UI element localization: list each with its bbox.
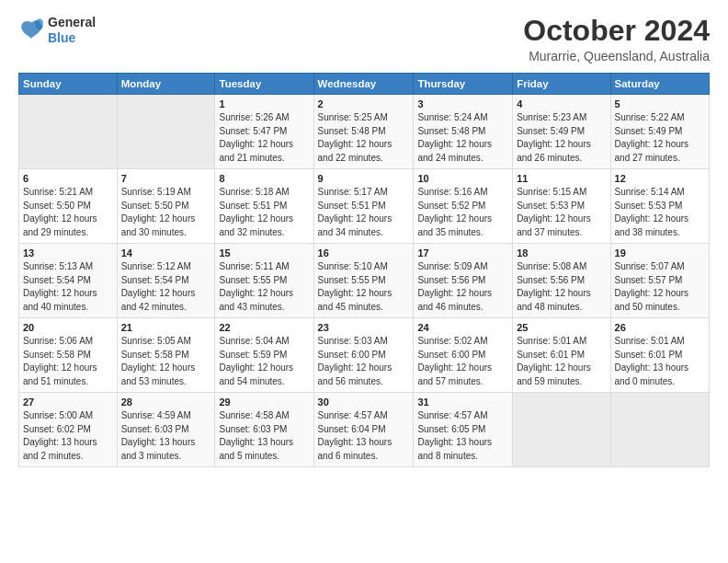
day-info: Sunrise: 5:05 AMSunset: 5:58 PMDaylight:…	[121, 335, 211, 388]
page: General Blue October 2024 Murarrie, Quee…	[0, 0, 728, 563]
calendar-cell: 14Sunrise: 5:12 AMSunset: 5:54 PMDayligh…	[117, 244, 215, 318]
day-number: 8	[219, 173, 309, 184]
calendar-cell: 20Sunrise: 5:06 AMSunset: 5:58 PMDayligh…	[19, 318, 118, 393]
title-block: October 2024 Murarrie, Queensland, Austr…	[523, 15, 710, 63]
calendar-cell: 18Sunrise: 5:08 AMSunset: 5:56 PMDayligh…	[513, 244, 610, 318]
day-number: 24	[417, 322, 508, 333]
weekday-header-sunday: Sunday	[19, 74, 118, 95]
calendar-week-row: 6Sunrise: 5:21 AMSunset: 5:50 PMDaylight…	[19, 169, 710, 244]
calendar-week-row: 20Sunrise: 5:06 AMSunset: 5:58 PMDayligh…	[19, 318, 710, 393]
calendar-header-row: SundayMondayTuesdayWednesdayThursdayFrid…	[19, 74, 710, 95]
calendar-cell: 25Sunrise: 5:01 AMSunset: 6:01 PMDayligh…	[513, 318, 610, 393]
day-info: Sunrise: 5:01 AMSunset: 6:01 PMDaylight:…	[615, 335, 705, 388]
logo-bird-icon	[18, 17, 44, 43]
day-info: Sunrise: 5:04 AMSunset: 5:59 PMDaylight:…	[219, 335, 309, 388]
day-info: Sunrise: 5:26 AMSunset: 5:47 PMDaylight:…	[219, 111, 309, 165]
calendar-cell: 21Sunrise: 5:05 AMSunset: 5:58 PMDayligh…	[117, 318, 215, 393]
calendar-cell: 19Sunrise: 5:07 AMSunset: 5:57 PMDayligh…	[610, 244, 709, 318]
day-info: Sunrise: 5:14 AMSunset: 5:53 PMDaylight:…	[615, 186, 705, 239]
calendar-cell	[19, 95, 118, 169]
day-info: Sunrise: 4:57 AMSunset: 6:04 PMDaylight:…	[318, 409, 410, 463]
calendar-cell: 17Sunrise: 5:09 AMSunset: 5:56 PMDayligh…	[414, 244, 513, 318]
day-info: Sunrise: 5:06 AMSunset: 5:58 PMDaylight:…	[23, 335, 113, 388]
day-number: 25	[517, 322, 606, 333]
day-number: 27	[23, 396, 113, 408]
weekday-header-friday: Friday	[513, 74, 610, 95]
calendar-cell: 8Sunrise: 5:18 AMSunset: 5:51 PMDaylight…	[215, 169, 313, 244]
weekday-header-tuesday: Tuesday	[215, 74, 313, 95]
day-number: 13	[23, 247, 113, 259]
calendar-cell: 5Sunrise: 5:22 AMSunset: 5:49 PMDaylight…	[610, 95, 709, 169]
day-number: 19	[615, 247, 705, 259]
day-info: Sunrise: 5:08 AMSunset: 5:56 PMDaylight:…	[517, 260, 606, 314]
day-number: 23	[318, 322, 410, 333]
main-title: October 2024	[523, 15, 710, 47]
day-number: 6	[23, 173, 113, 184]
day-info: Sunrise: 5:21 AMSunset: 5:50 PMDaylight:…	[23, 186, 113, 239]
day-info: Sunrise: 4:58 AMSunset: 6:03 PMDaylight:…	[219, 409, 309, 463]
calendar-cell	[117, 95, 215, 169]
day-number: 9	[318, 173, 410, 184]
calendar-cell: 26Sunrise: 5:01 AMSunset: 6:01 PMDayligh…	[610, 318, 709, 393]
weekday-header-wednesday: Wednesday	[313, 74, 414, 95]
day-number: 11	[517, 173, 606, 184]
calendar-week-row: 27Sunrise: 5:00 AMSunset: 6:02 PMDayligh…	[19, 393, 710, 467]
calendar-cell: 16Sunrise: 5:10 AMSunset: 5:55 PMDayligh…	[313, 244, 414, 318]
day-number: 31	[417, 396, 508, 408]
calendar-table: SundayMondayTuesdayWednesdayThursdayFrid…	[18, 73, 710, 467]
calendar-cell: 11Sunrise: 5:15 AMSunset: 5:53 PMDayligh…	[513, 169, 610, 244]
day-number: 30	[318, 396, 410, 408]
calendar-cell: 23Sunrise: 5:03 AMSunset: 6:00 PMDayligh…	[313, 318, 414, 393]
day-number: 10	[417, 173, 508, 184]
day-info: Sunrise: 5:24 AMSunset: 5:48 PMDaylight:…	[417, 111, 508, 165]
day-info: Sunrise: 5:12 AMSunset: 5:54 PMDaylight:…	[121, 260, 211, 314]
calendar-cell: 28Sunrise: 4:59 AMSunset: 6:03 PMDayligh…	[117, 393, 215, 467]
day-number: 29	[219, 396, 309, 408]
day-number: 21	[121, 322, 211, 333]
day-info: Sunrise: 5:18 AMSunset: 5:51 PMDaylight:…	[219, 186, 309, 239]
day-number: 14	[121, 247, 211, 259]
day-number: 26	[615, 322, 705, 333]
calendar-cell: 22Sunrise: 5:04 AMSunset: 5:59 PMDayligh…	[215, 318, 313, 393]
day-info: Sunrise: 5:16 AMSunset: 5:52 PMDaylight:…	[417, 186, 508, 239]
calendar-cell: 12Sunrise: 5:14 AMSunset: 5:53 PMDayligh…	[610, 169, 709, 244]
calendar-cell: 2Sunrise: 5:25 AMSunset: 5:48 PMDaylight…	[313, 95, 414, 169]
day-number: 3	[417, 98, 508, 109]
calendar-cell: 24Sunrise: 5:02 AMSunset: 6:00 PMDayligh…	[414, 318, 513, 393]
calendar-cell: 31Sunrise: 4:57 AMSunset: 6:05 PMDayligh…	[414, 393, 513, 467]
day-info: Sunrise: 5:03 AMSunset: 6:00 PMDaylight:…	[318, 335, 410, 388]
weekday-header-monday: Monday	[117, 74, 215, 95]
day-number: 22	[219, 322, 309, 333]
day-info: Sunrise: 5:01 AMSunset: 6:01 PMDaylight:…	[517, 335, 606, 388]
day-info: Sunrise: 5:15 AMSunset: 5:53 PMDaylight:…	[517, 186, 606, 239]
day-info: Sunrise: 5:25 AMSunset: 5:48 PMDaylight:…	[318, 111, 410, 165]
day-number: 15	[219, 247, 309, 259]
subtitle: Murarrie, Queensland, Australia	[523, 49, 710, 63]
day-info: Sunrise: 5:10 AMSunset: 5:55 PMDaylight:…	[318, 260, 410, 314]
day-number: 7	[121, 173, 211, 184]
day-info: Sunrise: 5:23 AMSunset: 5:49 PMDaylight:…	[517, 111, 606, 165]
day-info: Sunrise: 5:13 AMSunset: 5:54 PMDaylight:…	[23, 260, 113, 314]
day-number: 28	[121, 396, 211, 408]
weekday-header-saturday: Saturday	[610, 74, 709, 95]
calendar-cell: 9Sunrise: 5:17 AMSunset: 5:51 PMDaylight…	[313, 169, 414, 244]
calendar-cell: 27Sunrise: 5:00 AMSunset: 6:02 PMDayligh…	[19, 393, 118, 467]
calendar-cell: 6Sunrise: 5:21 AMSunset: 5:50 PMDaylight…	[19, 169, 118, 244]
day-info: Sunrise: 5:19 AMSunset: 5:50 PMDaylight:…	[121, 186, 211, 239]
day-number: 20	[23, 322, 113, 333]
day-info: Sunrise: 5:17 AMSunset: 5:51 PMDaylight:…	[318, 186, 410, 239]
calendar-cell: 10Sunrise: 5:16 AMSunset: 5:52 PMDayligh…	[414, 169, 513, 244]
calendar-cell: 15Sunrise: 5:11 AMSunset: 5:55 PMDayligh…	[215, 244, 313, 318]
day-number: 12	[615, 173, 705, 184]
day-info: Sunrise: 5:09 AMSunset: 5:56 PMDaylight:…	[417, 260, 508, 314]
day-info: Sunrise: 5:07 AMSunset: 5:57 PMDaylight:…	[615, 260, 705, 314]
calendar-cell: 4Sunrise: 5:23 AMSunset: 5:49 PMDaylight…	[513, 95, 610, 169]
day-info: Sunrise: 5:22 AMSunset: 5:49 PMDaylight:…	[615, 111, 705, 165]
day-number: 5	[615, 98, 705, 109]
day-number: 2	[318, 98, 410, 109]
header: General Blue October 2024 Murarrie, Quee…	[18, 15, 710, 63]
calendar-cell: 13Sunrise: 5:13 AMSunset: 5:54 PMDayligh…	[19, 244, 118, 318]
calendar-week-row: 13Sunrise: 5:13 AMSunset: 5:54 PMDayligh…	[19, 244, 710, 318]
day-number: 18	[517, 247, 606, 259]
day-number: 17	[417, 247, 508, 259]
